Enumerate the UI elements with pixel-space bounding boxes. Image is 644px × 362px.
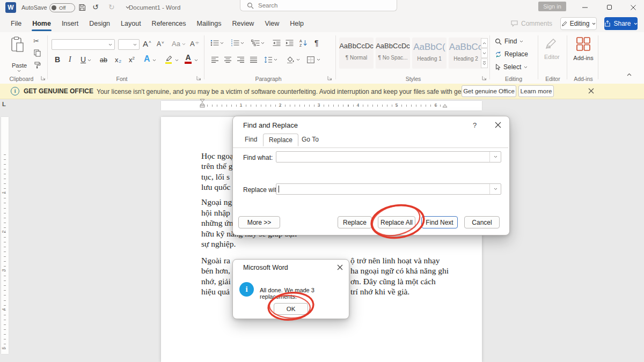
numbering-button[interactable] — [231, 40, 239, 46]
cancel-button[interactable]: Cancel — [464, 216, 500, 228]
bullets-button[interactable] — [210, 40, 219, 46]
combo-dropdown-button[interactable] — [489, 184, 501, 194]
ok-button[interactable]: OK — [274, 303, 308, 315]
save-button[interactable] — [78, 4, 86, 11]
multilevel-list-button[interactable] — [251, 40, 260, 46]
align-right-button[interactable] — [237, 57, 245, 63]
tab-insert[interactable]: Insert — [56, 15, 84, 32]
style-normal[interactable]: AaBbCcDc ¶ Normal — [339, 38, 374, 69]
line-spacing-button[interactable] — [264, 56, 272, 63]
paste-button[interactable] — [11, 36, 25, 53]
find-tab[interactable]: Find — [239, 134, 262, 145]
increase-indent-button[interactable] — [286, 40, 294, 46]
paste-menu-chevron[interactable] — [17, 70, 21, 72]
align-center-button[interactable] — [224, 57, 232, 63]
redo-button[interactable]: ↻ — [108, 3, 115, 11]
tab-references[interactable]: References — [147, 15, 192, 32]
subscript-button[interactable]: x 2 — [115, 56, 121, 64]
styles-scroll-down-button[interactable] — [481, 48, 488, 58]
sign-in-button[interactable]: Sign in — [538, 2, 566, 11]
paragraph-dialog-launcher[interactable] — [327, 76, 332, 80]
copy-button[interactable] — [34, 49, 41, 57]
styles-scroll-up-button[interactable] — [481, 38, 488, 48]
text-effects-chevron[interactable] — [152, 59, 156, 62]
superscript-button[interactable]: x2 — [129, 56, 135, 64]
goto-tab[interactable]: Go To — [296, 134, 324, 145]
search-input[interactable]: Search — [240, 0, 397, 11]
cut-button[interactable]: ✂ — [33, 37, 39, 45]
font-dialog-launcher[interactable] — [196, 76, 201, 80]
find-next-button[interactable]: Find Next — [421, 216, 458, 228]
tab-layout[interactable]: Layout — [115, 15, 147, 32]
decrease-indent-button[interactable] — [273, 40, 281, 46]
find-button[interactable]: Find — [495, 38, 523, 45]
banner-close-button[interactable] — [588, 88, 594, 94]
show-formatting-button[interactable]: ¶ — [314, 39, 319, 47]
font-color-button[interactable]: A — [185, 54, 192, 64]
styles-gallery-more-button[interactable] — [481, 58, 488, 68]
change-case-button[interactable]: Aa — [172, 40, 186, 48]
maximize-button[interactable] — [601, 0, 617, 14]
msgbox-close-button[interactable] — [337, 264, 343, 270]
borders-chevron[interactable] — [317, 58, 320, 61]
clipboard-dialog-launcher[interactable] — [41, 76, 46, 80]
combo-dropdown-button[interactable] — [489, 152, 501, 162]
replace-with-input[interactable] — [276, 183, 501, 195]
align-left-button[interactable] — [211, 57, 219, 63]
bold-button[interactable]: B — [55, 55, 60, 64]
collapse-ribbon-button[interactable] — [627, 73, 632, 76]
font-size-select[interactable] — [118, 39, 140, 50]
replace-button-ribbon[interactable]: Replace — [495, 50, 528, 58]
tab-mailings[interactable]: Mailings — [192, 15, 227, 32]
addins-button[interactable]: Add-ins — [572, 36, 595, 61]
undo-button[interactable]: ↺ — [92, 3, 99, 11]
highlight-button[interactable] — [164, 55, 173, 64]
horizontal-ruler[interactable]: 1 2 3 4 5 6 — [161, 101, 482, 110]
tab-design[interactable]: Design — [84, 15, 115, 32]
editing-mode-button[interactable]: Editing — [560, 17, 597, 30]
strikethrough-button[interactable]: ab — [100, 56, 107, 64]
underline-menu-chevron[interactable] — [87, 59, 91, 62]
learn-more-button[interactable]: Learn more — [518, 85, 554, 97]
numbering-chevron[interactable] — [240, 42, 244, 45]
right-indent-marker[interactable] — [442, 104, 448, 108]
dialog-close-button[interactable] — [495, 122, 501, 128]
minimize-button[interactable] — [577, 0, 593, 14]
share-button[interactable]: Share — [604, 17, 638, 30]
text-effects-button[interactable]: A — [144, 54, 150, 64]
more-button[interactable]: More >> — [238, 216, 280, 228]
shrink-font-button[interactable]: A˅ — [157, 40, 164, 48]
justify-button[interactable] — [250, 57, 258, 63]
style-heading1[interactable]: AaBbC( Heading 1 — [412, 38, 447, 69]
italic-button[interactable]: I — [69, 55, 71, 64]
close-window-button[interactable] — [625, 0, 641, 14]
shading-button[interactable] — [287, 56, 295, 63]
replace-tab[interactable]: Replace — [263, 134, 298, 146]
tab-help[interactable]: Help — [284, 15, 309, 32]
clear-formatting-button[interactable]: A⌯ — [190, 40, 199, 48]
tab-home[interactable]: Home — [27, 15, 56, 32]
replace-all-button[interactable]: Replace All — [378, 216, 415, 228]
line-spacing-chevron[interactable] — [274, 58, 277, 61]
tab-review[interactable]: Review — [226, 15, 259, 32]
font-name-select[interactable] — [52, 39, 115, 50]
tab-selector[interactable]: L — [2, 101, 6, 107]
editor-button[interactable]: Editor — [544, 38, 560, 60]
grow-font-button[interactable]: A˄ — [143, 39, 151, 48]
highlight-chevron[interactable] — [175, 59, 179, 62]
replace-button[interactable]: Replace — [338, 216, 372, 228]
borders-button[interactable] — [307, 56, 314, 63]
shading-chevron[interactable] — [296, 58, 300, 61]
comments-button[interactable]: Comments — [511, 17, 552, 30]
underline-button[interactable]: U — [80, 55, 86, 64]
select-button[interactable]: Select — [495, 63, 528, 71]
style-heading2[interactable]: AaBbCc Heading 2 — [449, 38, 483, 69]
multilevel-chevron[interactable] — [261, 42, 265, 45]
get-genuine-office-button[interactable]: Get genuine Office — [462, 85, 516, 97]
font-color-chevron[interactable] — [194, 59, 198, 62]
tab-file[interactable]: File — [5, 15, 27, 32]
format-painter-button[interactable] — [34, 62, 41, 69]
tab-view[interactable]: View — [259, 15, 284, 32]
sort-button[interactable]: A Z — [299, 39, 308, 47]
dialog-help-button[interactable]: ? — [473, 121, 477, 129]
